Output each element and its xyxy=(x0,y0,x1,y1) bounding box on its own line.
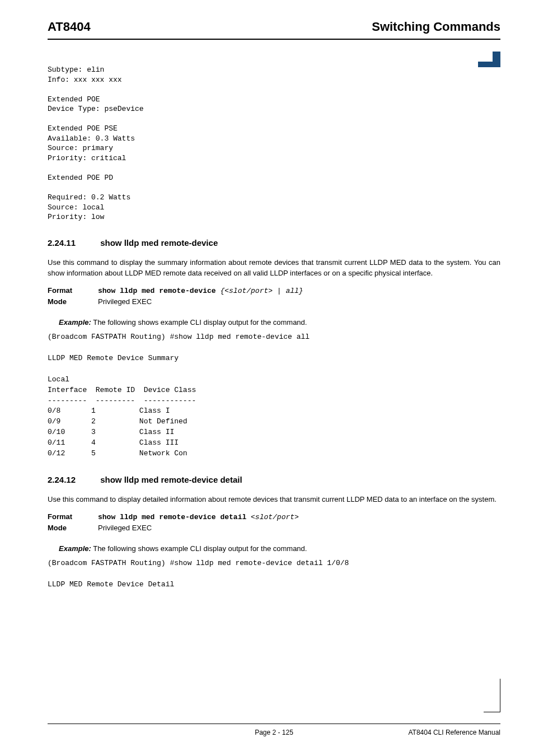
section-title: show lldp med remote-device detail xyxy=(100,475,242,484)
mode-row: Mode Privileged EXEC xyxy=(48,297,500,306)
example-text: The following shows example CLI display … xyxy=(91,544,307,553)
header-chapter: Switching Commands xyxy=(372,20,500,34)
section-number: 2.24.12 xyxy=(48,475,98,484)
example-label: Example: xyxy=(59,544,91,553)
corner-decoration-icon xyxy=(478,52,500,67)
example-line-1: Example: The following shows example CLI… xyxy=(59,318,500,326)
format-value: show lldp med remote-device detail <slot… xyxy=(98,512,500,521)
format-mode-table-2: Format show lldp med remote-device detai… xyxy=(48,512,500,532)
header-product: AT8404 xyxy=(48,20,91,34)
mode-label: Mode xyxy=(48,297,98,306)
example-line-2: Example: The following shows example CLI… xyxy=(59,544,500,553)
example-text: The following shows example CLI display … xyxy=(91,318,307,326)
format-label: Format xyxy=(48,286,98,295)
mode-value: Privileged EXEC xyxy=(98,524,500,532)
section2-body: Use this command to display detailed inf… xyxy=(48,494,500,505)
footer-page-number: Page 2 - 125 xyxy=(199,729,350,736)
section-title: show lldp med remote-device xyxy=(100,238,218,248)
section-number: 2.24.11 xyxy=(48,238,98,248)
format-argument: {<slot/port> | all} xyxy=(216,287,303,295)
format-argument: <slot/port> xyxy=(246,513,299,521)
code-block-top: Subtype: elin Info: xxx xxx xxx Extended… xyxy=(48,65,500,222)
example-label: Example: xyxy=(59,318,91,326)
mode-label: Mode xyxy=(48,524,98,532)
format-label: Format xyxy=(48,512,98,521)
format-mode-table-1: Format show lldp med remote-device {<slo… xyxy=(48,286,500,306)
format-command: show lldp med remote-device detail xyxy=(98,513,246,521)
footer-manual-title: AT8404 CLI Reference Manual xyxy=(349,729,500,736)
mode-row: Mode Privileged EXEC xyxy=(48,524,500,532)
cli-output-2: (Broadcom FASTPATH Routing) #show lldp m… xyxy=(48,558,500,590)
format-row: Format show lldp med remote-device {<slo… xyxy=(48,286,500,295)
mode-value: Privileged EXEC xyxy=(98,297,500,306)
cli-output-1: (Broadcom FASTPATH Routing) #show lldp m… xyxy=(48,332,500,459)
format-value: show lldp med remote-device {<slot/port>… xyxy=(98,286,500,295)
page-footer: Page 2 - 125 AT8404 CLI Reference Manual xyxy=(48,724,500,736)
section-heading-2: 2.24.12 show lldp med remote-device deta… xyxy=(48,475,500,484)
section1-body: Use this command to display the summary … xyxy=(48,258,500,279)
page-header: AT8404 Switching Commands xyxy=(48,20,500,40)
format-command: show lldp med remote-device xyxy=(98,287,216,295)
format-row: Format show lldp med remote-device detai… xyxy=(48,512,500,521)
page-content: Subtype: elin Info: xxx xxx xxx Extended… xyxy=(48,65,500,590)
footer-left xyxy=(48,729,199,736)
section-heading-1: 2.24.11 show lldp med remote-device xyxy=(48,238,500,248)
